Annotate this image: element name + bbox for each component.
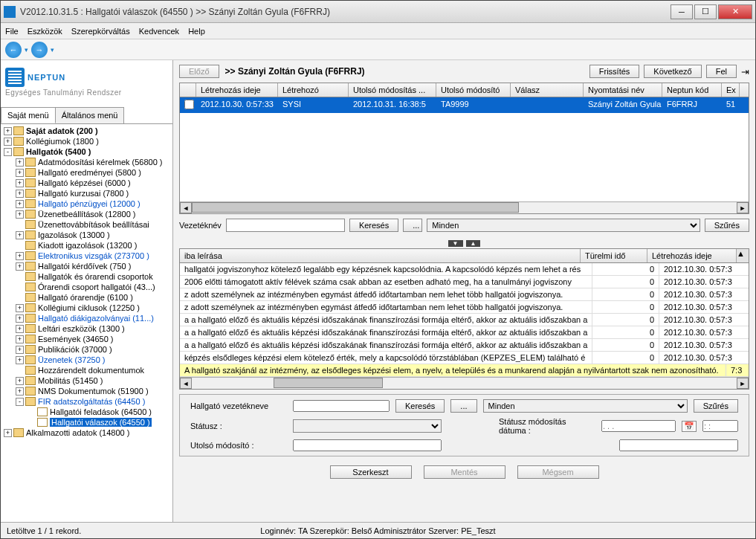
col-answer[interactable]: Válasz — [511, 83, 584, 97]
up-button[interactable]: Fel — [706, 65, 737, 78]
error-row-highlighted[interactable]: A hallgató szakjánál az intézmény, az el… — [180, 364, 749, 377]
nav-back-dropdown[interactable]: ▾ — [25, 46, 28, 54]
col-created-by[interactable]: Létrehozó — [278, 83, 349, 97]
scroll-right-icon[interactable]: ► — [737, 202, 749, 213]
save-button[interactable]: Mentés — [424, 465, 505, 479]
expand-icon[interactable]: + — [4, 127, 12, 135]
row-checkbox[interactable] — [184, 100, 194, 109]
prev-button[interactable]: Előző — [179, 65, 219, 78]
next-button[interactable]: Következő — [644, 65, 701, 78]
tree-item[interactable]: +Üzenetbeállítások (12800 ) — [1, 209, 172, 219]
tree-item[interactable]: +Elektronikus vizsgák (273700 ) — [1, 251, 172, 261]
col-grace[interactable]: Türelmi idő — [581, 249, 647, 262]
tree-item[interactable]: Hozzárendelt dokumentumok — [1, 365, 172, 375]
expand-icon[interactable]: + — [16, 262, 24, 271]
form-more-button[interactable]: ... — [450, 399, 476, 413]
edit-button[interactable]: Szerkeszt — [330, 465, 412, 479]
scroll-left-icon[interactable]: ◄ — [180, 378, 192, 389]
error-h-scroll[interactable]: ◄ ► — [180, 377, 749, 389]
search-combo[interactable]: Minden — [427, 219, 700, 232]
tree-item[interactable]: +Hallgató kurzusai (7800 ) — [1, 188, 172, 199]
error-row[interactable]: a a hallgató előző és aktuális képzési i… — [180, 326, 749, 339]
minimize-button[interactable]: ─ — [671, 4, 693, 19]
search-more-button[interactable]: ... — [403, 219, 422, 232]
status-time-input[interactable] — [702, 420, 738, 432]
tree-item[interactable]: +Hallgató diákigazolványai (11...) — [1, 313, 172, 323]
tree-item[interactable]: +Hallgató eredményei (5800 ) — [1, 167, 172, 178]
tree-item[interactable]: +Kollégiumi ciklusok (12250 ) — [1, 303, 172, 313]
col-neptun-code[interactable]: Neptun kód — [662, 83, 722, 97]
main-grid[interactable]: Létrehozás ideje Létrehozó Utolsó módosí… — [179, 83, 749, 214]
tree-item[interactable]: +Hallgatói kérdőívek (750 ) — [1, 261, 172, 271]
expand-icon[interactable]: + — [16, 200, 24, 208]
error-row[interactable]: 2006 előtti támogatott aktív félévek szá… — [180, 276, 749, 288]
collapse-icon[interactable]: - — [16, 398, 24, 406]
grid-h-scroll[interactable]: ◄ ► — [180, 201, 749, 213]
tree-item[interactable]: +NMS Dokumentumok (51900 ) — [1, 386, 172, 396]
tree-item[interactable]: Hallgatók és órarendi csoportok — [1, 271, 172, 282]
error-row[interactable]: a a hallgató előző és aktuális képzési i… — [180, 314, 749, 326]
tab-general-menu[interactable]: Általános menü — [55, 107, 125, 123]
col-error-desc[interactable]: iba leírása — [180, 249, 581, 262]
tree-item[interactable]: Hallgató órarendje (6100 ) — [1, 292, 172, 303]
menu-favorites[interactable]: Kedvencek — [139, 27, 179, 36]
expand-icon[interactable]: + — [16, 356, 24, 364]
expand-icon[interactable]: + — [16, 304, 24, 312]
form-filter-button[interactable]: Szűrés — [694, 399, 738, 413]
expand-icon[interactable]: + — [16, 179, 24, 187]
expand-icon[interactable]: + — [16, 252, 24, 260]
status-combo[interactable] — [293, 419, 442, 433]
expand-icon[interactable]: + — [16, 314, 24, 323]
tab-own-menu[interactable]: Saját menü — [1, 107, 56, 123]
expand-icon[interactable]: + — [16, 169, 24, 177]
expand-icon[interactable]: + — [16, 335, 24, 343]
form-search-input[interactable] — [293, 400, 390, 412]
expand-icon[interactable]: + — [16, 158, 24, 167]
nav-forward-button[interactable]: → — [31, 42, 48, 58]
tree-item[interactable]: +Kollégiumok (1800 ) — [1, 136, 172, 146]
last-mod-extra-input[interactable] — [619, 439, 738, 451]
filter-button[interactable]: Szűrés — [705, 219, 749, 232]
grid-row[interactable]: 2012.10.30. 0:57:33 SYSI 2012.10.31. 16:… — [180, 97, 749, 113]
tree-item[interactable]: +Események (34650 ) — [1, 334, 172, 344]
maximize-button[interactable]: ☐ — [694, 4, 717, 19]
tree-item[interactable]: +Leltári eszközök (1300 ) — [1, 323, 172, 334]
expand-icon[interactable]: + — [16, 210, 24, 219]
pin-icon[interactable]: ⇥ — [741, 66, 749, 77]
col-checkbox[interactable] — [180, 83, 196, 97]
col-modified-by[interactable]: Utolsó módosító — [436, 83, 511, 97]
nav-back-button[interactable]: ← — [5, 42, 22, 58]
error-row[interactable]: z adott személynek az intézményben egymá… — [180, 301, 749, 314]
tree-item[interactable]: +Adatmódosítási kérelmek (56800 ) — [1, 157, 172, 167]
status-date-input[interactable] — [601, 420, 676, 432]
error-row[interactable]: hallgatói jogviszonyhoz kötelező legaláb… — [180, 263, 749, 276]
tree-item[interactable]: +Hallgató pénzügyei (12000 ) — [1, 199, 172, 209]
nav-forward-dropdown[interactable]: ▾ — [51, 46, 54, 54]
menu-roleswitch[interactable]: Szerepkörváltás — [71, 27, 130, 36]
tree-item[interactable]: -Hallgatók (5400 ) — [1, 146, 172, 157]
expand-icon[interactable]: + — [16, 325, 24, 333]
tree-item[interactable]: -FIR adatszolgáltatás (64450 ) — [1, 396, 172, 407]
tree-view[interactable]: +Saját adatok (200 )+Kollégiumok (1800 )… — [1, 124, 172, 522]
tree-item[interactable]: +Üzenetek (37250 ) — [1, 355, 172, 365]
expand-icon[interactable]: + — [16, 346, 24, 354]
tree-item[interactable]: Hallgatói feladások (64500 ) — [1, 407, 172, 417]
error-row[interactable]: a a hallgató előző és aktuális képzési i… — [180, 339, 749, 352]
scroll-left-icon[interactable]: ◄ — [180, 202, 192, 213]
tree-item[interactable]: Órarendi csoport hallgatói (43...) — [1, 282, 172, 292]
tree-item[interactable]: Üzenettovábbítások beállításai — [1, 219, 172, 230]
col-created-time[interactable]: Létrehozás ideje — [196, 83, 278, 97]
expand-icon[interactable]: + — [4, 429, 12, 437]
expand-icon[interactable]: + — [16, 387, 24, 396]
col-created[interactable]: Létrehozás ideje — [647, 249, 737, 262]
tree-item[interactable]: +Hallgató képzései (6000 ) — [1, 178, 172, 188]
expand-icon[interactable]: + — [16, 190, 24, 198]
tree-item[interactable]: +Igazolások (13000 ) — [1, 230, 172, 240]
cancel-button[interactable]: Mégsem — [517, 465, 599, 479]
expand-icon[interactable]: + — [4, 138, 12, 146]
refresh-button[interactable]: Frissítés — [589, 65, 640, 78]
calendar-icon[interactable]: 📅 — [682, 421, 697, 432]
error-grid[interactable]: iba leírása Türelmi idő Létrehozás ideje… — [179, 248, 749, 390]
tree-item[interactable]: +Alkalmazotti adatok (14800 ) — [1, 427, 172, 438]
scroll-right-icon[interactable]: ► — [737, 378, 749, 389]
